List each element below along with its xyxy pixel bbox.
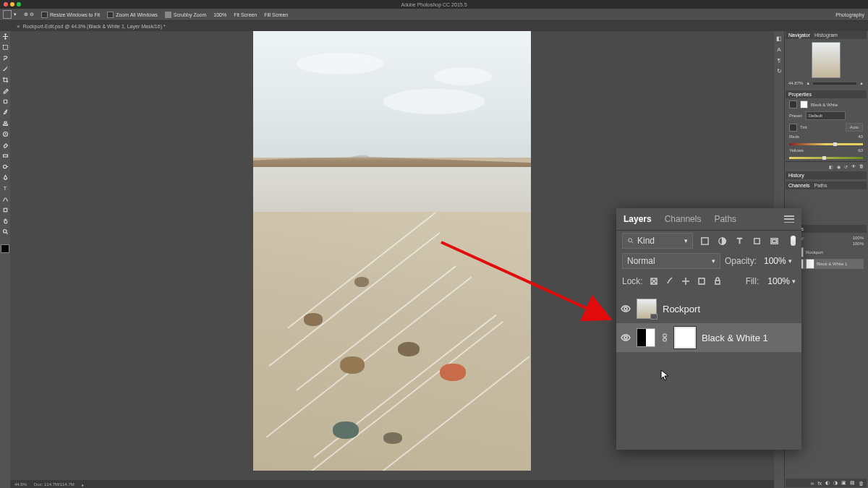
brush-tool-icon[interactable] (1, 108, 9, 116)
opt-zoom-all[interactable]: Zoom All Windows (107, 12, 158, 18)
document-canvas[interactable] (253, 31, 531, 471)
pen-tool-icon[interactable] (1, 174, 9, 181)
filter-type-icon[interactable] (733, 235, 745, 247)
eraser-tool-icon[interactable] (1, 141, 9, 148)
strip-paragraph-icon[interactable]: ¶ (778, 57, 780, 64)
mask-icon[interactable] (800, 100, 808, 108)
navigator-zoom-slider[interactable] (813, 82, 856, 85)
adj-add-icon[interactable]: ◑ (833, 480, 838, 486)
strip-type-icon[interactable]: A (777, 46, 780, 53)
status-arrow-icon[interactable]: ▸ (82, 482, 84, 487)
strip-history-icon[interactable]: ↻ (777, 68, 782, 74)
trash-icon[interactable]: 🗑 (859, 164, 864, 169)
crop-tool-icon[interactable] (1, 76, 9, 83)
minimize-window-icon[interactable] (10, 2, 14, 7)
type-tool-icon[interactable]: T (1, 184, 9, 192)
opt-resize-windows[interactable]: Resize Windows to Fit (41, 12, 100, 18)
wand-tool-icon[interactable] (1, 65, 9, 72)
new-layer-icon[interactable]: ▤ (850, 480, 855, 486)
layer-row-bw1[interactable]: Black & White 1 (616, 323, 801, 352)
zoom-tool-icon-tb[interactable] (1, 228, 9, 235)
layer-thumbnail[interactable] (637, 299, 657, 319)
link-layers-icon[interactable]: ∞ (811, 481, 814, 486)
tab-history[interactable]: History (788, 173, 804, 178)
filter-smartobject-icon[interactable] (768, 235, 780, 247)
opacity-input[interactable]: 100%▾ (764, 256, 792, 266)
delete-layer-icon[interactable]: 🗑 (859, 481, 864, 486)
visibility-toggle[interactable] (621, 333, 631, 343)
status-zoom[interactable]: 44.8% (14, 482, 27, 487)
link-mask-icon[interactable] (661, 333, 668, 343)
tab-paths[interactable]: Paths (714, 214, 736, 224)
zoom-tool-icon[interactable]: ▾ (3, 10, 17, 19)
preset-select[interactable]: Default (806, 111, 846, 120)
tab-navigator[interactable]: Navigator (788, 33, 810, 38)
btn-100[interactable]: 100% (213, 12, 226, 17)
filter-kind-select[interactable]: Kind ▾ (622, 233, 693, 249)
mini-fill-value[interactable]: 100% (853, 241, 864, 246)
path-tool-icon[interactable] (1, 195, 9, 202)
strip-color-icon[interactable]: ◧ (776, 35, 782, 42)
tab-channels[interactable]: Channels (665, 214, 702, 224)
view-prev-icon[interactable]: ◉ (837, 164, 841, 169)
history-brush-tool-icon[interactable] (1, 130, 9, 137)
visibility-toggle[interactable] (621, 304, 631, 314)
navigator-thumb[interactable] (812, 42, 841, 78)
slider-yellows[interactable] (789, 157, 863, 159)
stamp-tool-icon[interactable] (1, 119, 9, 127)
filter-toggle-switch[interactable] (791, 236, 796, 246)
clip-icon[interactable]: ◧ (829, 164, 833, 169)
shape-tool-icon[interactable] (1, 206, 9, 213)
tint-checkbox[interactable] (789, 124, 797, 132)
lasso-tool-icon[interactable] (1, 54, 9, 61)
filter-pixel-icon[interactable] (699, 235, 710, 247)
close-tab-icon[interactable]: × (17, 23, 20, 30)
filter-adjustment-icon[interactable] (716, 235, 728, 247)
layer-mask-thumbnail[interactable] (674, 327, 696, 348)
fill-input[interactable]: 100%▾ (767, 276, 796, 286)
panel-menu-icon[interactable] (784, 215, 794, 223)
gradient-tool-icon[interactable] (1, 152, 9, 159)
mini-opacity-value[interactable]: 100% (853, 236, 864, 240)
toggle-vis-icon[interactable]: 👁 (851, 164, 856, 169)
heal-tool-icon[interactable] (1, 98, 9, 105)
tab-histogram[interactable]: Histogram (814, 33, 838, 38)
navigator-zoom-value[interactable]: 44.87% (788, 81, 803, 85)
lock-pixels-icon[interactable] (665, 276, 675, 286)
slider-reds-value[interactable]: 40 (858, 134, 863, 139)
layer-name[interactable]: Rockport (663, 304, 700, 314)
lock-transparency-icon[interactable] (649, 276, 659, 286)
workspace-switcher[interactable]: Photography (835, 12, 864, 17)
close-window-icon[interactable] (4, 2, 8, 7)
tab-paths-mini[interactable]: Paths (814, 183, 827, 188)
marquee-tool-icon[interactable] (1, 43, 9, 51)
status-doc[interactable]: Doc: 114.7M/114.7M (34, 482, 75, 487)
lock-artboard-icon[interactable] (697, 276, 707, 286)
slider-reds[interactable] (789, 143, 863, 145)
document-tab[interactable]: × Rockport-Edit.psd @ 44.8% (Black & Whi… (11, 23, 171, 30)
window-controls[interactable] (4, 2, 21, 7)
mask-add-icon[interactable]: ◐ (825, 480, 830, 486)
blend-mode-select[interactable]: Normal▾ (622, 253, 720, 269)
eyedropper-tool-icon[interactable] (1, 87, 9, 94)
adjustment-thumbnail[interactable] (637, 328, 655, 347)
move-tool-icon[interactable] (1, 33, 9, 40)
maximize-window-icon[interactable] (17, 2, 21, 7)
zoom-mode-icons[interactable]: ⊕ ⊖ (24, 12, 34, 17)
layer-name[interactable]: Black & White 1 (702, 333, 768, 343)
tab-properties[interactable]: Properties (788, 92, 812, 97)
reset-icon[interactable]: ↺ (844, 164, 848, 169)
tab-channels-mini[interactable]: Channels (788, 183, 810, 188)
navigator-zoom-out-icon[interactable]: ▲ (806, 81, 810, 85)
lock-all-icon[interactable] (712, 276, 723, 286)
color-swatch[interactable] (1, 244, 9, 253)
btn-fit-screen[interactable]: Fit Screen (234, 12, 257, 17)
fx-icon[interactable]: fx (818, 481, 822, 486)
layers-panel[interactable]: Layers Channels Paths Kind ▾ Normal▾ Opa… (616, 208, 801, 450)
navigator-zoom-in-icon[interactable]: ▲ (859, 81, 864, 85)
group-icon[interactable]: ▣ (841, 480, 846, 486)
btn-fill-screen[interactable]: Fill Screen (264, 12, 288, 17)
filter-shape-icon[interactable] (751, 235, 762, 247)
lock-position-icon[interactable] (681, 276, 691, 286)
layer-row-rockport[interactable]: Rockport (616, 294, 801, 323)
